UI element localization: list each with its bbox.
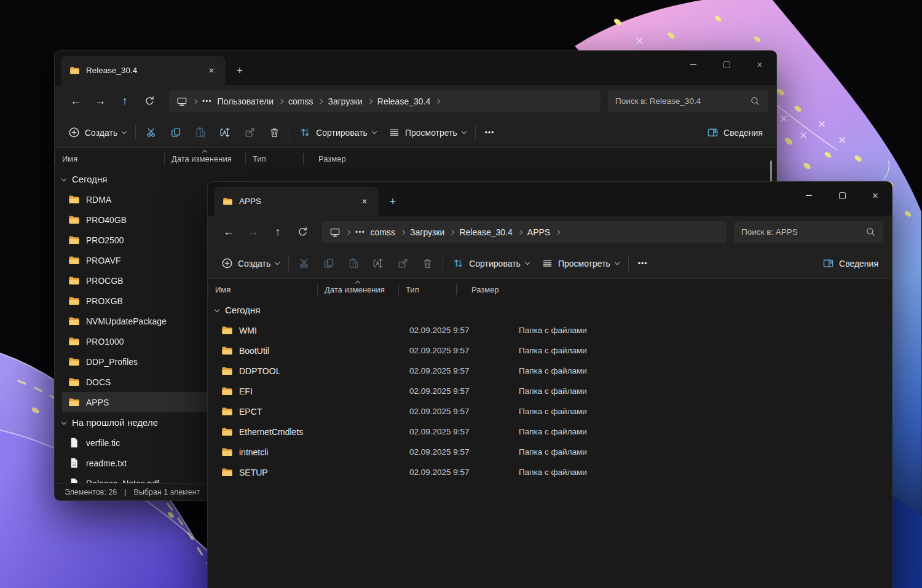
more-options-button[interactable]: ••• [632,253,654,275]
rename-button[interactable] [366,253,390,275]
file-modified: 02.09.2025 9:57 [402,366,511,375]
close-button[interactable]: ✕ [743,51,776,78]
column-header[interactable]: Тип [398,279,457,300]
new-tab-button[interactable]: + [229,60,250,81]
maximize-button[interactable] [825,182,859,209]
folder-icon [69,65,80,76]
breadcrumb-overflow-button[interactable]: ••• [202,97,212,106]
folder-icon [68,356,80,367]
chevron-down-icon [462,129,467,134]
up-button[interactable]: ↑ [112,90,137,112]
column-header[interactable]: Размер [304,148,346,169]
back-button[interactable]: ← [63,90,88,112]
file-row[interactable]: Сегодня [208,300,892,320]
column-headers: Имя Дата изменения Тип Размер [55,148,776,169]
folder-icon [221,345,233,356]
share-button[interactable] [237,122,262,144]
column-header[interactable]: Имя [55,148,164,169]
paste-button[interactable] [188,122,213,144]
breadcrumb-item[interactable]: Release_30.4 [377,96,430,106]
forward-button[interactable]: → [241,221,266,243]
file-name: SETUP [239,468,402,477]
column-header[interactable]: Размер [457,279,499,300]
delete-button[interactable] [415,253,439,275]
close-button[interactable]: ✕ [859,182,892,209]
new-button[interactable]: Создать [62,122,132,144]
forward-button[interactable]: → [88,90,112,112]
tab-release[interactable]: Release_30.4 ✕ [61,56,226,85]
column-header-label: Имя [215,285,230,294]
breadcrumb-item[interactable]: comss [288,96,313,106]
refresh-button[interactable] [290,221,315,243]
maximize-button[interactable] [710,51,743,78]
up-button[interactable]: ↑ [266,221,290,243]
address-bar[interactable]: ••• Пользователи comss Загрузки Release_… [169,90,601,112]
cut-button[interactable] [139,122,164,144]
file-row[interactable]: DDPTOOL 02.09.2025 9:57 Папка с файлами [208,361,892,381]
breadcrumb-item[interactable]: Загрузки [328,96,362,106]
tab-apps[interactable]: APPS ✕ [214,187,379,216]
breadcrumb-item[interactable]: Release_30.4 [459,227,512,237]
tab-close-icon[interactable]: ✕ [357,194,372,210]
details-pane-button[interactable]: Сведения [701,122,769,144]
trash-icon [422,257,433,269]
file-modified: 02.09.2025 9:57 [402,447,511,457]
minimize-button[interactable] [677,51,710,78]
search-input[interactable]: Поиск в: Release_30.4 [608,90,768,112]
paste-button[interactable] [341,253,366,275]
back-button[interactable]: ← [216,221,241,243]
new-tab-button[interactable]: + [382,191,403,212]
file-row[interactable]: EFI 02.09.2025 9:57 Папка с файлами [208,381,892,401]
copy-button[interactable] [317,253,341,275]
rename-button[interactable] [213,122,237,144]
column-header[interactable]: Дата изменения [317,279,398,300]
copy-button[interactable] [164,122,188,144]
folder-icon [68,275,80,286]
share-button[interactable] [390,253,415,275]
details-pane-button[interactable]: Сведения [816,253,885,275]
column-header[interactable]: Тип [245,148,304,169]
sort-button[interactable]: Сортировать [446,253,535,275]
tab-strip: Release_30.4 ✕ + ✕ [55,51,776,85]
column-header[interactable]: Дата изменения [164,148,245,169]
tab-close-icon[interactable]: ✕ [203,63,219,79]
more-options-button[interactable]: ••• [479,122,501,144]
address-bar[interactable]: ••• comss Загрузки Release_30.4 APPS [322,221,727,243]
view-button[interactable]: Просмотреть [535,253,625,275]
details-button-label: Сведения [839,259,878,269]
file-row[interactable]: EthernetCmdlets 02.09.2025 9:57 Папка с … [208,421,892,442]
file-type: Папка с файлами [511,346,634,355]
breadcrumb-item[interactable]: APPS [527,227,550,237]
group-chevron-icon[interactable] [61,176,66,181]
group-chevron-icon[interactable] [61,420,66,425]
file-modified: 02.09.2025 9:57 [402,386,511,396]
search-input[interactable]: Поиск в: APPS [734,221,883,243]
file-name: EPCT [239,407,402,417]
sort-arrows-icon [452,257,464,269]
breadcrumb-item[interactable]: Пользователи [218,96,274,106]
cut-button[interactable] [292,253,317,275]
breadcrumb-overflow-button[interactable]: ••• [355,228,365,237]
column-header[interactable]: Имя [208,279,317,300]
file-row[interactable]: intnetcli 02.09.2025 9:57 Папка с файлам… [208,442,892,462]
group-chevron-icon[interactable] [215,307,219,312]
folder-icon [221,466,233,478]
view-button[interactable]: Просмотреть [382,122,472,144]
minimize-button[interactable] [792,182,825,209]
sort-button[interactable]: Сортировать [293,122,382,144]
file-row[interactable]: SETUP 02.09.2025 9:57 Папка с файлами [208,462,892,482]
file-row[interactable]: EPCT 02.09.2025 9:57 Папка с файлами [208,401,892,421]
refresh-button[interactable] [137,90,162,112]
new-button[interactable]: Создать [215,253,285,275]
file-name: WMI [239,326,402,335]
view-list-icon [388,127,400,138]
folder-icon [221,426,233,437]
file-row[interactable]: BootUtil 02.09.2025 9:57 Папка с файлами [208,340,892,361]
search-placeholder: Поиск в: Release_30.4 [615,96,701,106]
file-row[interactable]: WMI 02.09.2025 9:57 Папка с файлами [208,320,892,340]
breadcrumb-item[interactable]: Загрузки [410,227,444,237]
delete-button[interactable] [262,122,286,144]
chevron-right-icon [345,229,350,234]
breadcrumb-item[interactable]: comss [371,227,395,237]
search-icon [865,227,876,237]
